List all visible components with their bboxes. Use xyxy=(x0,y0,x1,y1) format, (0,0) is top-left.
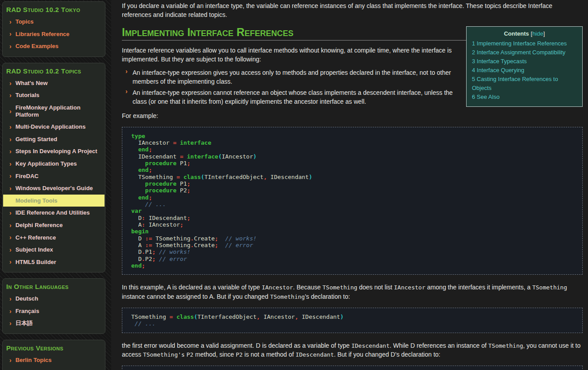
code-token: TSomething xyxy=(131,174,177,180)
code-token xyxy=(131,187,145,194)
sidebar-item[interactable]: ›Multi-Device Applications xyxy=(3,121,105,133)
sidebar-item[interactable]: ›Key Application Types xyxy=(3,158,105,170)
code-token: A xyxy=(131,242,145,248)
inline-code: P2 xyxy=(236,351,243,358)
sidebar-item[interactable]: ›Français xyxy=(3,305,105,317)
code-block-d-declaration: D: TSomething; xyxy=(122,366,583,370)
sidebar-link[interactable]: What's New xyxy=(16,80,48,87)
code-token: TSomething xyxy=(152,242,190,248)
code-token xyxy=(131,180,145,187)
code-token: TSomething xyxy=(152,235,190,242)
sidebar-item[interactable]: ›Code Examples xyxy=(3,40,105,53)
text-run: is not a method of xyxy=(243,351,296,358)
sidebar-item[interactable]: ›Steps In Developing A Project xyxy=(3,145,105,158)
code-token: Create xyxy=(194,235,215,242)
toc-hide-link[interactable]: hide xyxy=(532,30,544,37)
sidebar-item[interactable]: ›Subject Index xyxy=(3,244,105,256)
sidebar-link[interactable]: Deutsch xyxy=(16,295,38,302)
code-token: interface xyxy=(180,139,211,146)
sidebar-item[interactable]: ›Deutsch xyxy=(3,293,105,305)
code-token: interface xyxy=(187,153,218,160)
sidebar-item[interactable]: ›Getting Started xyxy=(3,133,105,146)
chevron-right-icon: › xyxy=(9,296,12,302)
sidebar-item[interactable]: ›C++ Reference xyxy=(3,232,105,244)
text-run: among the interfaces it implements, a xyxy=(425,284,532,291)
sidebar-item[interactable]: ›Topics xyxy=(3,16,105,28)
sidebar-item[interactable]: ›HTML5 Builder xyxy=(3,256,105,268)
sidebar-link[interactable]: Topics xyxy=(16,18,34,25)
code-token: := xyxy=(145,235,152,242)
sidebar-item[interactable]: ›Older Versions xyxy=(3,366,105,370)
sidebar-link[interactable]: Code Examples xyxy=(16,43,59,50)
inline-code: P2 xyxy=(186,351,193,358)
sidebar-link[interactable]: C++ Reference xyxy=(16,234,56,241)
code-token: end xyxy=(138,167,149,173)
sidebar-link[interactable]: Libraries Reference xyxy=(16,31,69,38)
code-token: = xyxy=(169,313,173,320)
code-token xyxy=(131,146,138,153)
inline-code: IAncestor xyxy=(394,284,425,291)
code-token: // error xyxy=(156,256,187,262)
sidebar-link[interactable]: IDE Reference And Utilities xyxy=(16,209,90,216)
sidebar-item[interactable]: ›Windows Developer's Guide xyxy=(3,182,105,195)
code-token: P2 xyxy=(177,187,187,194)
toc-link[interactable]: 3 Interface Typecasts xyxy=(472,58,527,65)
sidebar-link[interactable]: Getting Started xyxy=(16,136,57,143)
sidebar-item[interactable]: ›IDE Reference And Utilities xyxy=(3,207,105,219)
code-token: var xyxy=(131,207,141,214)
sidebar-link[interactable]: Windows Developer's Guide xyxy=(16,185,93,192)
text-run: the first error would become a valid ass… xyxy=(122,342,351,349)
sidebar-link[interactable]: 日本語 xyxy=(16,320,33,327)
code-token: class xyxy=(183,174,201,180)
sidebar-link[interactable]: Modeling Tools xyxy=(16,197,57,204)
code-token: ) xyxy=(309,174,312,180)
inline-code: IAncestor xyxy=(262,284,293,291)
inline-code: TSomething xyxy=(270,293,305,300)
toc-header: Contents[hide] xyxy=(472,30,577,37)
sidebar-link[interactable]: Tutorials xyxy=(16,92,40,99)
sidebar-link[interactable]: FireDAC xyxy=(16,173,39,180)
chevron-right-icon: › xyxy=(9,148,12,155)
sidebar-item[interactable]: ›What's New xyxy=(3,77,105,89)
sidebar-link[interactable]: FireMonkey Application Platform xyxy=(16,104,101,118)
code-token: Create xyxy=(194,242,215,248)
sidebar-link[interactable]: Delphi Reference xyxy=(16,222,63,229)
sidebar-link[interactable]: Français xyxy=(16,308,39,315)
code-token: D xyxy=(131,248,141,255)
sidebar-item[interactable]: ›Berlin Topics xyxy=(3,354,105,366)
code-token: A xyxy=(131,221,141,228)
sidebar-item[interactable]: ›Libraries Reference xyxy=(3,28,105,41)
sidebar-link[interactable]: Berlin Topics xyxy=(16,357,52,364)
sidebar-link[interactable]: Key Application Types xyxy=(16,160,77,167)
code-token: ; xyxy=(215,242,218,248)
main-content: If you declare a variable of an interfac… xyxy=(111,0,588,370)
sidebar-item[interactable]: ›Tutorials xyxy=(3,89,105,102)
toc-link[interactable]: 1 Implementing Interface References xyxy=(472,40,567,47)
code-token: ; xyxy=(187,215,190,221)
code-token: ; xyxy=(141,262,145,269)
chevron-right-icon: › xyxy=(9,357,12,363)
chevron-right-icon: › xyxy=(9,92,12,98)
sidebar-item[interactable]: ›FireMonkey Application Platform xyxy=(3,102,105,121)
sidebar-box: Previous Versions›Berlin Topics›Older Ve… xyxy=(2,340,105,370)
sidebar-item[interactable]: ›日本語 xyxy=(3,317,105,329)
chevron-right-icon: › xyxy=(9,210,12,216)
sidebar-link[interactable]: Steps In Developing A Project xyxy=(16,148,97,155)
code-token: D xyxy=(131,235,145,242)
sidebar-link[interactable]: HTML5 Builder xyxy=(16,259,56,266)
sidebar-item[interactable]: ›Modeling Tools xyxy=(3,195,105,207)
code-token: , xyxy=(295,313,298,320)
sidebar-item[interactable]: ›FireDAC xyxy=(3,170,105,183)
code-token: , xyxy=(257,313,260,320)
sidebar-item[interactable]: ›Delphi Reference xyxy=(3,219,105,232)
code-token: P2 xyxy=(145,256,152,262)
code-token: ; xyxy=(149,167,152,173)
analysis-paragraph: In this example, A is declared as a vari… xyxy=(122,283,583,301)
inline-code: TSomething xyxy=(322,284,357,291)
inline-code: IDescendant xyxy=(296,351,334,358)
sidebar-link[interactable]: Multi-Device Applications xyxy=(16,123,86,130)
code-token: IDescendant xyxy=(267,174,309,180)
sidebar-link[interactable]: Subject Index xyxy=(16,246,53,253)
toc-link[interactable]: 2 Interface Assignment Compatibility xyxy=(472,49,565,56)
text-run: . But if you changed D's declaration to: xyxy=(334,351,440,358)
